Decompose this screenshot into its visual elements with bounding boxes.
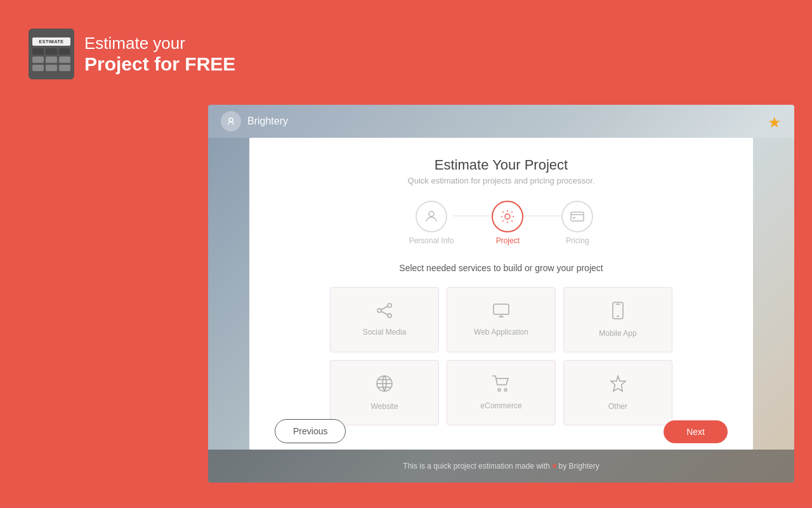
svg-point-2 xyxy=(505,214,510,219)
service-card-web-application[interactable]: Web Application xyxy=(447,287,556,352)
service-label-other: Other xyxy=(608,402,627,411)
service-label-mobile-app: Mobile App xyxy=(599,329,636,338)
svg-point-1 xyxy=(429,211,434,217)
svg-point-6 xyxy=(388,314,391,318)
modal-title: Estimate Your Project xyxy=(435,157,568,173)
step-circle-project xyxy=(492,201,523,232)
brightery-bar: Brightery ★ xyxy=(208,105,794,138)
service-card-other[interactable]: Other xyxy=(563,360,672,425)
step-circle-pricing xyxy=(561,201,593,232)
svg-point-13 xyxy=(504,389,507,391)
service-card-mobile-app[interactable]: Mobile App xyxy=(563,287,672,352)
svg-point-0 xyxy=(229,118,233,122)
modal-wrapper: Brightery ★ Estimate Your Project Quick … xyxy=(208,105,794,483)
svg-point-10 xyxy=(617,316,619,318)
instruction-text: Select needed services to build or grow … xyxy=(399,263,603,273)
service-label-ecommerce: eCommerce xyxy=(480,401,521,410)
service-card-ecommerce[interactable]: eCommerce xyxy=(447,360,556,425)
globe-icon xyxy=(376,375,393,397)
modal-card: Estimate Your Project Quick estimation f… xyxy=(249,138,753,450)
svg-point-7 xyxy=(377,309,381,312)
brightery-name: Brightery xyxy=(247,116,288,127)
svg-rect-4 xyxy=(573,217,575,218)
brightery-logo xyxy=(221,111,241,131)
share-icon xyxy=(376,303,393,323)
step-label-pricing: Pricing xyxy=(566,236,589,245)
service-label-website: Website xyxy=(370,402,398,411)
service-label-social-media: Social Media xyxy=(363,328,407,337)
service-label-web-application: Web Application xyxy=(474,328,528,337)
steps-row: Personal Info Project xyxy=(409,201,594,245)
step-label-project: Project xyxy=(496,236,520,245)
previous-button[interactable]: Previous xyxy=(275,419,346,443)
modal-subtitle: Quick estimation for projects and pricin… xyxy=(408,176,595,185)
svg-rect-8 xyxy=(494,304,509,314)
cart-icon xyxy=(492,375,510,396)
star-icon: ★ xyxy=(768,114,782,131)
step-label-personal-info: Personal Info xyxy=(409,236,454,245)
header-logo: ESTIMATE Estimate your Project for FREE xyxy=(29,29,235,79)
service-card-website[interactable]: Website xyxy=(330,360,439,425)
heart-icon: ♥ xyxy=(552,462,558,471)
svg-rect-3 xyxy=(571,212,584,221)
next-button[interactable]: Next xyxy=(664,420,728,443)
step-pricing: Pricing xyxy=(561,201,593,245)
header-line2: Project for FREE xyxy=(84,53,235,75)
svg-point-5 xyxy=(388,304,391,307)
step-project: Project xyxy=(492,201,523,245)
header-line1: Estimate your xyxy=(84,34,235,53)
step-connector-1 xyxy=(454,215,492,217)
footer-text: This is a quick project estimation made … xyxy=(403,462,599,471)
step-connector-2 xyxy=(523,215,561,217)
monitor-icon xyxy=(492,303,510,323)
modal-footer: This is a quick project estimation made … xyxy=(208,450,794,483)
step-circle-personal-info xyxy=(416,201,447,232)
smartphone-icon xyxy=(612,302,624,324)
step-personal-info: Personal Info xyxy=(409,201,454,245)
service-grid: Social Media Web Application xyxy=(330,287,672,425)
service-card-social-media[interactable]: Social Media xyxy=(330,287,439,352)
svg-point-12 xyxy=(498,389,501,391)
other-star-icon xyxy=(609,375,627,397)
calculator-icon: ESTIMATE xyxy=(29,29,74,79)
